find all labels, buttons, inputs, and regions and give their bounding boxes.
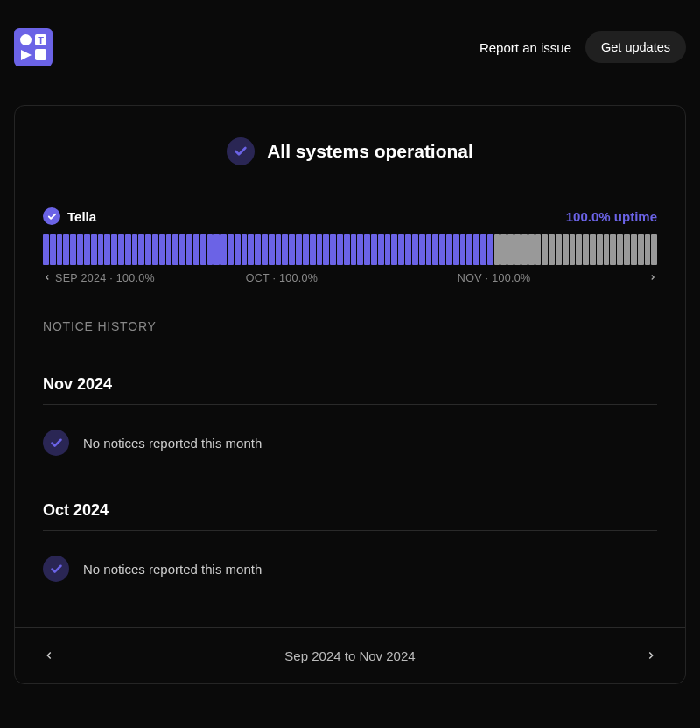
chevron-right-icon[interactable] (645, 646, 657, 666)
uptime-bar-segment[interactable] (43, 234, 49, 265)
uptime-bar-segment[interactable] (522, 234, 528, 265)
uptime-bar-segment[interactable] (118, 234, 124, 265)
chevron-left-icon[interactable] (43, 646, 55, 666)
uptime-bar-segment[interactable] (242, 234, 248, 265)
uptime-bar-segment[interactable] (152, 234, 158, 265)
uptime-bar-segment[interactable] (172, 234, 178, 265)
uptime-bar-segment[interactable] (610, 234, 616, 265)
uptime-bar-segment[interactable] (426, 234, 432, 265)
uptime-bar-segment[interactable] (500, 234, 507, 265)
uptime-bar-segment[interactable] (323, 234, 329, 265)
uptime-bar-segment[interactable] (528, 234, 535, 265)
uptime-bar-segment[interactable] (166, 234, 172, 265)
uptime-bar-segment[interactable] (556, 234, 562, 265)
uptime-bar-segment[interactable] (193, 234, 200, 265)
uptime-bar-segment[interactable] (480, 234, 486, 265)
uptime-bar-segment[interactable] (624, 234, 630, 265)
chevron-right-icon[interactable] (648, 272, 657, 284)
uptime-bar-segment[interactable] (228, 234, 234, 265)
uptime-bar-segment[interactable] (276, 234, 282, 265)
uptime-bar-segment[interactable] (583, 234, 589, 265)
uptime-bar-segment[interactable] (125, 234, 131, 265)
uptime-bar-segment[interactable] (514, 234, 521, 265)
uptime-bar-segment[interactable] (310, 234, 316, 265)
uptime-bar-segment[interactable] (364, 234, 370, 265)
uptime-bar-segment[interactable] (563, 234, 569, 265)
uptime-bar-segment[interactable] (473, 234, 480, 265)
uptime-bar-segment[interactable] (576, 234, 582, 265)
uptime-bar-segment[interactable] (419, 234, 425, 265)
uptime-bar-segment[interactable] (371, 234, 377, 265)
uptime-bar-segment[interactable] (487, 234, 494, 265)
uptime-bar-segment[interactable] (385, 234, 391, 265)
uptime-bar-segment[interactable] (57, 234, 63, 265)
uptime-bar-segment[interactable] (159, 234, 165, 265)
uptime-bar-segment[interactable] (378, 234, 384, 265)
uptime-bar-segment[interactable] (645, 234, 651, 265)
logo[interactable]: T (14, 28, 52, 66)
get-updates-button[interactable]: Get updates (585, 32, 686, 63)
uptime-bar-segment[interactable] (179, 234, 186, 265)
uptime-bar-segment[interactable] (570, 234, 576, 265)
uptime-bar-segment[interactable] (617, 234, 623, 265)
uptime-bar-segment[interactable] (344, 234, 350, 265)
uptime-bar-segment[interactable] (391, 234, 397, 265)
uptime-bar-segment[interactable] (186, 234, 192, 265)
uptime-bar-segment[interactable] (317, 234, 323, 265)
uptime-bar-segment[interactable] (63, 234, 69, 265)
uptime-bar-segment[interactable] (432, 234, 438, 265)
uptime-bar-segment[interactable] (269, 234, 275, 265)
uptime-bar-segment[interactable] (398, 234, 404, 265)
uptime-bar-segment[interactable] (651, 234, 657, 265)
uptime-bar-segment[interactable] (234, 234, 241, 265)
uptime-bar-segment[interactable] (138, 234, 144, 265)
uptime-bar-segment[interactable] (207, 234, 214, 265)
notice-month-title: Oct 2024 (43, 501, 657, 531)
uptime-bar-segment[interactable] (111, 234, 117, 265)
uptime-bar-segment[interactable] (262, 234, 268, 265)
report-issue-link[interactable]: Report an issue (480, 40, 571, 55)
uptime-bar-segment[interactable] (337, 234, 343, 265)
uptime-bar-segment[interactable] (282, 234, 288, 265)
uptime-bar-segment[interactable] (405, 234, 411, 265)
uptime-bar-segment[interactable] (508, 234, 514, 265)
uptime-bar-segment[interactable] (549, 234, 555, 265)
uptime-bar-segment[interactable] (466, 234, 472, 265)
uptime-bar-segment[interactable] (597, 234, 603, 265)
uptime-bar-segment[interactable] (200, 234, 206, 265)
uptime-bar-segment[interactable] (248, 234, 254, 265)
uptime-bar-segment[interactable] (98, 234, 104, 265)
uptime-bar-segment[interactable] (439, 234, 445, 265)
uptime-bar-segment[interactable] (460, 234, 466, 265)
uptime-bar-segment[interactable] (84, 234, 90, 265)
uptime-bar-segment[interactable] (104, 234, 110, 265)
uptime-bar[interactable] (43, 234, 657, 265)
uptime-bar-segment[interactable] (70, 234, 76, 265)
uptime-bar-segment[interactable] (631, 234, 637, 265)
uptime-bar-segment[interactable] (91, 234, 97, 265)
uptime-bar-segment[interactable] (296, 234, 302, 265)
uptime-bar-segment[interactable] (536, 234, 542, 265)
uptime-bar-segment[interactable] (220, 234, 227, 265)
uptime-bar-segment[interactable] (590, 234, 596, 265)
uptime-bar-segment[interactable] (132, 234, 138, 265)
uptime-bar-segment[interactable] (303, 234, 309, 265)
uptime-bar-segment[interactable] (50, 234, 56, 265)
uptime-bar-segment[interactable] (145, 234, 151, 265)
uptime-bar-segment[interactable] (453, 234, 459, 265)
uptime-bar-segment[interactable] (357, 234, 363, 265)
uptime-bar-segment[interactable] (77, 234, 83, 265)
uptime-bar-segment[interactable] (351, 234, 357, 265)
uptime-bar-segment[interactable] (412, 234, 418, 265)
uptime-bar-segment[interactable] (214, 234, 220, 265)
uptime-bar-segment[interactable] (604, 234, 610, 265)
uptime-bar-segment[interactable] (330, 234, 336, 265)
chevron-left-icon[interactable] (43, 272, 52, 284)
uptime-bar-segment[interactable] (638, 234, 644, 265)
uptime-bar-segment[interactable] (289, 234, 295, 265)
uptime-bar-segment[interactable] (494, 234, 500, 265)
uptime-bar-segment[interactable] (255, 234, 261, 265)
uptime-bar-segment[interactable] (446, 234, 452, 265)
month-label-nov: NOV · 100.0% (458, 272, 531, 284)
uptime-bar-segment[interactable] (542, 234, 548, 265)
